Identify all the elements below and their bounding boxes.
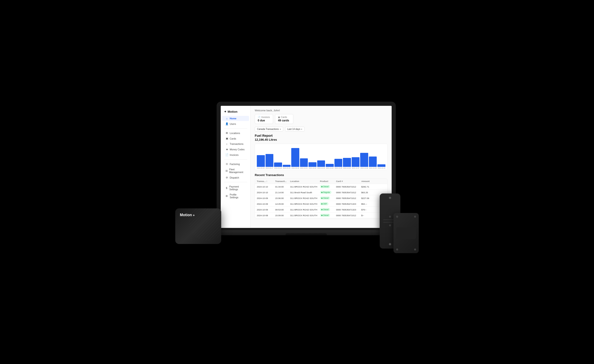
table-row[interactable]: 2024-10-10 01:34:00 311 BROCK ROAD SOUTH…: [255, 184, 387, 190]
cell-time: 14:29:00: [275, 203, 290, 205]
chart-label-2: 2024-09-28: [274, 167, 282, 169]
cell-date: 2024-10-09: [257, 208, 275, 211]
sidebar-item-fleet-management[interactable]: ⊟ Fleet Management: [222, 167, 249, 175]
transactions-table: Transa... ↕ Transacti... Location Produc…: [255, 179, 387, 218]
chart-label-3: 2024-09-29: [283, 167, 291, 169]
chart-bar-5: [300, 158, 308, 167]
invoices-summary-card[interactable]: 📄 Invoices 0 due: [255, 114, 273, 124]
sidebar: ✦ Motion ⌂ Home 👤 Users: [221, 106, 251, 228]
scene: ✦ Motion ⌂ Home 👤 Users: [171, 97, 423, 267]
cell-product: Regular: [320, 191, 336, 194]
table-row[interactable]: 2024-10-08 15:09:00 311 BROCK ROAD SOUTH…: [255, 212, 387, 218]
factoring-icon: ⊙: [225, 163, 228, 165]
cell-time: 21:14:00: [275, 191, 290, 194]
col-product: Product: [320, 180, 336, 182]
gps-small-screw-tr: [414, 216, 416, 218]
chart-label-1: 2024-09-27: [265, 167, 274, 169]
sidebar-item-transactions[interactable]: ↕ Transactions: [222, 141, 249, 146]
region-filter-button[interactable]: Canada Transactions: [255, 127, 283, 132]
sidebar-item-users[interactable]: 👤 Users: [222, 121, 249, 126]
sidebar-item-home[interactable]: ⌂ Home: [222, 116, 249, 121]
cell-date: 2024-10-09: [257, 203, 275, 205]
product-label: DEF: [323, 203, 327, 205]
chart-bar-group-14: [377, 164, 385, 167]
invoice-doc-icon: 📄: [258, 116, 261, 119]
col-date: Transa... ↕: [257, 180, 275, 182]
cell-card: 0000 783535471012: [336, 191, 361, 194]
period-filter-button[interactable]: Last 14 days: [285, 127, 305, 132]
chart-label-9: 2024-10-05: [334, 167, 343, 169]
chart-label-0: 2024-09-26: [257, 167, 265, 169]
cell-date: 2024-10-10: [257, 191, 275, 194]
cell-location: 311 BROCK ROAD SOUTH: [290, 197, 320, 199]
sidebar-section-main: ⌂ Home 👤 Users: [221, 116, 250, 126]
table-row[interactable]: 2024-10-09 14:29:00 311 BROCK ROAD SOUTH…: [255, 201, 387, 207]
table-row[interactable]: 2024-10-10 21:14:00 311 Brock Road South…: [255, 190, 387, 195]
sidebar-item-profile-settings[interactable]: ⚙ Profile Settings: [222, 192, 249, 200]
cell-time: 15:09:00: [275, 214, 290, 217]
cell-location: 311 BROCK ROAD SOUTH: [290, 203, 320, 205]
cards-summary-card[interactable]: ▣ Cards 49 cards: [275, 114, 293, 124]
sidebar-item-factoring[interactable]: ⊙ Factoring: [222, 161, 249, 167]
sidebar-item-cards[interactable]: ▣ Cards: [222, 136, 249, 141]
gps-small-screw-bl: [396, 249, 398, 250]
logo-icon: ✦: [224, 110, 226, 113]
chart-bar-14: [377, 164, 385, 167]
sidebar-item-locations[interactable]: ⊞ Locations: [222, 130, 249, 136]
cell-time: 15:06:00: [275, 197, 290, 199]
product-label: Diesel: [323, 208, 329, 211]
cards-icon: ▣: [225, 137, 228, 140]
chart-label-8: 2024-10-04: [326, 167, 334, 169]
table-row[interactable]: 2024-10-09 15:06:00 311 BROCK ROAD SOUTH…: [255, 195, 387, 201]
sidebar-item-invoices[interactable]: 📄 Invoices: [222, 152, 249, 158]
cell-amount: $63.25: [361, 191, 375, 194]
chart-label-14: 2024-10-10: [377, 167, 385, 169]
product-dot: [321, 203, 323, 205]
product-label: Regular: [323, 191, 330, 193]
table-body: 2024-10-10 01:34:00 311 BROCK ROAD SOUTH…: [255, 184, 387, 218]
chart-label-13: 2024-10-09: [369, 167, 377, 169]
cell-card: 0000 783535471012: [336, 197, 361, 199]
chart-bar-8: [326, 164, 334, 167]
chart-label-4: 2024-09-30: [291, 167, 299, 169]
product-dot: [321, 209, 323, 210]
sidebar-divider-1: [224, 128, 247, 129]
chart-bar-10: [343, 158, 351, 167]
cell-location: 311 Brock Road South: [290, 191, 320, 194]
sidebar-item-money-codes[interactable]: ◈ Money Codes: [222, 147, 249, 152]
laptop-screen-outer: ✦ Motion ⌂ Home 👤 Users: [217, 102, 396, 230]
cell-card: 0000 783535471012: [336, 214, 361, 217]
sidebar-section-nav: ⊞ Locations ▣ Cards ↕ Transactions ◈: [221, 130, 250, 158]
chart-bar-group-1: [265, 154, 274, 167]
cell-product: Diesel: [320, 208, 336, 211]
invoices-icon: 📄: [225, 153, 228, 156]
laptop: ✦ Motion ⌂ Home 👤 Users: [217, 102, 396, 253]
laptop-base: [207, 230, 405, 235]
chart-bar-0: [257, 155, 265, 167]
dispatch-icon: ⊘: [225, 176, 228, 179]
sidebar-item-payment-settings[interactable]: $ Payment Settings: [222, 184, 249, 192]
cell-amount: $70--: [361, 208, 375, 211]
sidebar-divider-2: [224, 159, 247, 159]
gps-small-bottom: [396, 249, 416, 250]
cell-card: 0000 783535471012: [336, 185, 361, 188]
fleet-icon: ⊟: [225, 169, 228, 172]
product-label: Diesel: [323, 197, 329, 199]
cell-product: Diesel: [320, 214, 336, 217]
recent-transactions-title: Recent Transactions: [255, 173, 387, 177]
cell-product: DEF: [320, 202, 336, 205]
col-time: Transacti...: [275, 180, 290, 182]
chart-bar-group-0: [257, 155, 265, 167]
gps-small-screw-tl: [396, 216, 398, 218]
gps-screw-1: [389, 216, 391, 218]
sidebar-item-dispatch[interactable]: ⊘ Dispatch: [222, 175, 249, 180]
chart-bar-group-9: [334, 159, 343, 167]
laptop-screen-inner: ✦ Motion ⌂ Home 👤 Users: [221, 106, 392, 228]
table-row[interactable]: 2024-10-09 09:53:00 311 BROCK ROAD SOUTH…: [255, 207, 387, 212]
invoices-card-title: 📄 Invoices: [258, 116, 270, 119]
gps-small-sensor: [396, 227, 416, 239]
cell-location: 311 BROCK ROAD SOUTH: [290, 208, 320, 211]
transactions-icon: ↕: [225, 143, 228, 145]
cell-date: 2024-10-08: [257, 214, 275, 217]
report-total: 12,196.45 Litres: [255, 138, 387, 141]
